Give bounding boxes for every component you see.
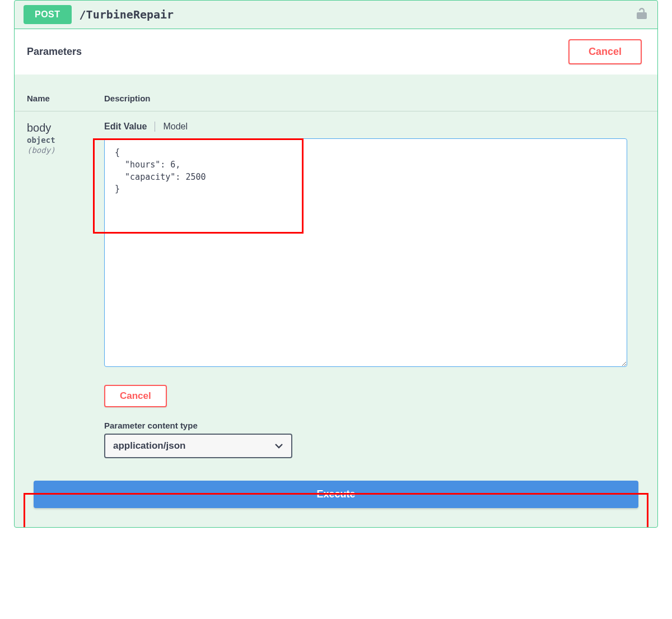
cancel-body-button[interactable]: Cancel	[104, 385, 167, 407]
parameters-bar: Parameters Cancel	[15, 29, 657, 75]
operation-panel: POST /TurbineRepair Parameters Cancel Na…	[14, 0, 658, 528]
parameter-name: body	[27, 122, 104, 134]
http-method-badge: POST	[24, 5, 72, 24]
column-header-name: Name	[27, 94, 104, 103]
content-type-value: application/json	[113, 440, 185, 452]
parameters-table-header: Name Description	[15, 94, 657, 111]
content-type-label: Parameter content type	[104, 421, 645, 430]
execute-section: Execute	[15, 481, 657, 527]
column-header-description: Description	[104, 94, 645, 103]
tab-edit-value[interactable]: Edit Value	[104, 122, 147, 132]
tab-model[interactable]: Model	[163, 122, 188, 132]
parameter-in: (body)	[27, 146, 104, 155]
unlock-icon[interactable]	[636, 7, 647, 22]
cancel-tryout-button[interactable]: Cancel	[568, 39, 642, 64]
tab-separator	[155, 122, 155, 132]
content-type-select[interactable]: application/json	[104, 434, 292, 458]
body-tabs: Edit Value Model	[104, 122, 645, 132]
parameters-title: Parameters	[27, 46, 82, 58]
parameter-name-cell: body object (body)	[27, 122, 104, 155]
parameter-row: body object (body) Edit Value Model Canc…	[15, 111, 657, 458]
parameter-description-cell: Edit Value Model Cancel Parameter conten…	[104, 122, 645, 458]
endpoint-path: /TurbineRepair	[80, 8, 174, 21]
parameter-type: object	[27, 136, 104, 145]
execute-button[interactable]: Execute	[34, 481, 638, 508]
operation-header[interactable]: POST /TurbineRepair	[15, 1, 657, 29]
content-type-section: Parameter content type application/json	[104, 421, 645, 458]
chevron-down-icon	[274, 440, 283, 452]
body-json-input[interactable]	[104, 138, 627, 367]
